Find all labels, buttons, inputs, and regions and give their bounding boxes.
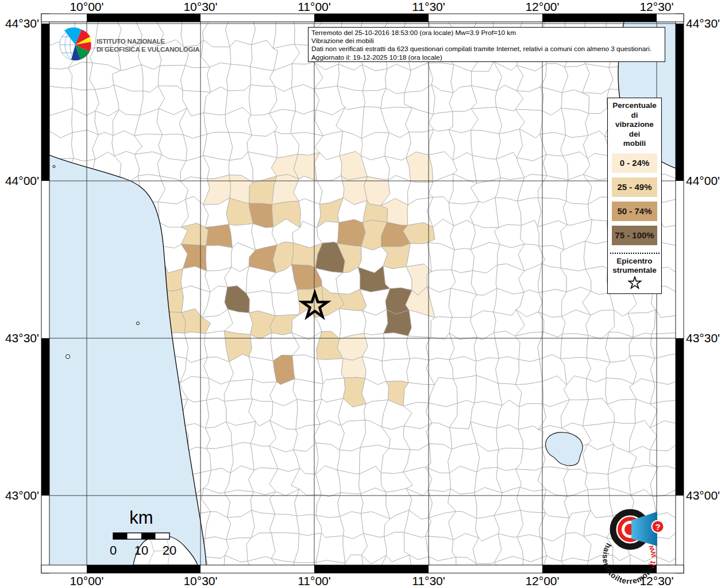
grid-label-right: 43°30' bbox=[686, 331, 720, 345]
grid-label-bottom: 10°30' bbox=[183, 574, 217, 587]
municipality-cell bbox=[270, 514, 299, 533]
municipality-cell bbox=[337, 470, 361, 494]
info-line-event: Terremoto del 25-10-2016 18:53:00 (ora l… bbox=[311, 29, 662, 37]
municipality-cell bbox=[249, 357, 276, 382]
question-mark: ? bbox=[655, 522, 660, 532]
municipality-cell bbox=[406, 152, 433, 183]
municipality-cell bbox=[561, 108, 589, 137]
grid-label-left: 43°30' bbox=[5, 331, 39, 345]
municipality-cell bbox=[495, 198, 521, 227]
legend-swatch-label: 50 - 74% bbox=[617, 206, 651, 216]
legend-epicenter-label: Epicentro strumentale bbox=[608, 257, 661, 275]
municipality-cell bbox=[585, 473, 609, 490]
grid-label-left: 43°00' bbox=[5, 489, 39, 502]
municipality-cell bbox=[341, 357, 366, 378]
grid-label-top: 11°30' bbox=[412, 0, 445, 13]
municipality-cell bbox=[517, 488, 546, 513]
municipality-cell bbox=[384, 310, 412, 336]
grid-label-top: 11°00' bbox=[298, 0, 331, 13]
municipality-cell bbox=[515, 359, 542, 384]
info-line-updated: Aggiornato il: 19-12-2025 10:18 (ora loc… bbox=[311, 53, 662, 61]
grid-label-top: 12°00' bbox=[525, 0, 559, 13]
legend-epicenter-line: strumentale bbox=[608, 266, 661, 275]
legend-swatch-label: 25 - 49% bbox=[617, 182, 651, 192]
grid-label-right: 44°00' bbox=[686, 174, 720, 187]
map-page: 10°00' 10°30' 11°00' 11°30' 12°00' 12°30… bbox=[0, 0, 721, 588]
legend-swatch-50-74: 50 - 74% bbox=[612, 202, 657, 221]
grid-label-right: 43°00' bbox=[686, 489, 720, 502]
legend-swatch-0-24: 0 - 24% bbox=[612, 153, 657, 173]
legend-swatch-label: 75 - 100% bbox=[615, 230, 654, 240]
municipality-cell bbox=[271, 533, 299, 562]
municipality-cell bbox=[184, 332, 207, 362]
legend-swatch-25-49: 25 - 49% bbox=[612, 177, 657, 197]
municipality-cell bbox=[340, 512, 363, 539]
land-area bbox=[49, 22, 677, 582]
scale-tick-label: 20 bbox=[163, 543, 176, 558]
legend-swatch-75-100: 75 - 100% bbox=[612, 226, 657, 245]
municipality-cell bbox=[496, 357, 519, 385]
grid-label-bottom: 12°00' bbox=[525, 574, 559, 587]
island-capraia bbox=[66, 355, 70, 359]
scale-unit-label: km bbox=[129, 508, 153, 528]
legend-epicenter-line: Epicentro bbox=[608, 257, 661, 266]
municipality-cell bbox=[227, 64, 251, 91]
municipality-cell bbox=[337, 219, 365, 246]
ingv-wordmark-line1: ISTITUTO NAZIONALE bbox=[97, 38, 165, 45]
grid-label-bottom: 10°00' bbox=[70, 574, 103, 587]
legend-title-line: vibrazione bbox=[608, 120, 661, 130]
map-canvas: 10°00' 10°30' 11°00' 11°30' 12°00' 12°30… bbox=[0, 0, 721, 588]
municipality-cell bbox=[382, 359, 410, 383]
legend-star-icon bbox=[627, 276, 642, 289]
grid-label-bottom: 11°30' bbox=[412, 574, 445, 587]
scale-tick-label: 0 bbox=[110, 543, 117, 558]
municipality-cell bbox=[561, 334, 588, 359]
municipality-cell bbox=[49, 68, 72, 88]
municipality-cell bbox=[203, 132, 233, 160]
municipality-cell bbox=[449, 357, 477, 379]
grid-label-top: 10°00' bbox=[70, 0, 103, 13]
municipality-cell bbox=[206, 245, 232, 271]
legend-title-line: mobili bbox=[608, 139, 661, 149]
info-box: Terremoto del 25-10-2016 18:53:00 (ora l… bbox=[308, 27, 665, 62]
grid-label-top: 10°30' bbox=[183, 0, 217, 13]
legend-divider bbox=[610, 253, 660, 254]
grid-label-left: 44°00' bbox=[5, 174, 39, 187]
municipality-cell bbox=[321, 378, 345, 402]
legend-title-line: di bbox=[608, 111, 661, 121]
legend-swatch-label: 0 - 24% bbox=[620, 158, 650, 168]
info-line-maptype: Vibrazione dei mobili bbox=[311, 37, 662, 45]
legend-title: Percentuale di vibrazione dei mobili bbox=[608, 101, 661, 149]
island-palmaria bbox=[53, 165, 55, 168]
grid-label-top: 12°30' bbox=[639, 0, 673, 13]
legend: Percentuale di vibrazione dei mobili 0 -… bbox=[607, 98, 662, 294]
municipality-cell bbox=[337, 447, 361, 474]
scale-tick-label: 10 bbox=[134, 543, 148, 558]
municipality-cell bbox=[180, 65, 210, 92]
municipality-cell bbox=[452, 249, 475, 273]
municipality-cell bbox=[205, 225, 232, 248]
municipality-cell bbox=[204, 113, 229, 134]
grid-label-left: 44°30' bbox=[5, 17, 39, 30]
island-gorgona bbox=[137, 322, 140, 325]
municipality-cell bbox=[230, 40, 252, 67]
info-line-source: Dati non verificati estratti da 623 ques… bbox=[311, 45, 662, 53]
municipality-cell bbox=[272, 289, 300, 316]
grid-label-bottom: 11°00' bbox=[298, 574, 331, 587]
municipality-cell bbox=[382, 333, 410, 361]
legend-title-line: dei bbox=[608, 130, 661, 140]
municipality-cell bbox=[273, 22, 295, 48]
grid-label-right: 44°30' bbox=[686, 17, 720, 30]
ingv-wordmark-line2: DI GEOFISICA E VULCANOLOGIA bbox=[97, 46, 199, 53]
municipality-cell bbox=[471, 130, 500, 159]
legend-title-line: Percentuale bbox=[608, 101, 661, 111]
